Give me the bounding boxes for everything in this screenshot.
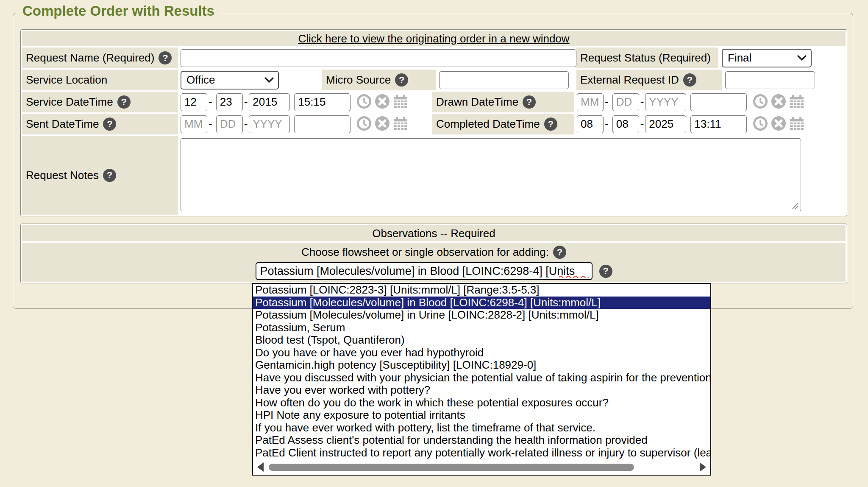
- external-request-id-label: External Request ID: [580, 73, 679, 87]
- date-separator: -: [640, 118, 644, 131]
- completed-month-input[interactable]: [577, 115, 604, 133]
- clock-icon[interactable]: [356, 116, 372, 133]
- calendar-icon[interactable]: [393, 94, 408, 111]
- observations-header-row: Observations -- Required: [22, 225, 846, 241]
- help-icon[interactable]: ?: [544, 118, 557, 131]
- request-status-select[interactable]: Final: [722, 49, 812, 67]
- completed-datetime-label: Completed DateTime: [436, 118, 540, 131]
- service-location-select[interactable]: Office: [181, 71, 279, 90]
- calendar-icon[interactable]: [789, 116, 804, 133]
- complete-order-fieldset: Complete Order with Results Click here t…: [13, 13, 853, 309]
- request-status-value: Final: [728, 51, 751, 64]
- micro-source-label: Micro Source: [326, 73, 391, 87]
- request-notes-row: Request Notes ?: [22, 136, 846, 215]
- request-notes-label-cell: Request Notes ?: [22, 136, 178, 215]
- clear-date-icon[interactable]: [771, 116, 786, 133]
- sent-datetime-label: Sent DateTime: [26, 118, 99, 131]
- observation-search-wrap: [256, 262, 593, 280]
- external-request-id-input[interactable]: [725, 71, 815, 89]
- originating-order-link[interactable]: Click here to view the originating order…: [298, 32, 569, 45]
- completed-year-input[interactable]: [645, 115, 686, 133]
- service-location-row: Service Location Office Micro Source ? E: [22, 70, 846, 90]
- chevron-down-icon: [797, 55, 807, 61]
- help-icon[interactable]: ?: [159, 51, 172, 64]
- dropdown-option[interactable]: How often do you do the work in which th…: [253, 397, 710, 409]
- dropdown-option[interactable]: Potassium [LOINC:2823-3] [Units:mmol/L] …: [253, 284, 710, 297]
- help-icon[interactable]: ?: [523, 95, 536, 109]
- calendar-icon[interactable]: [393, 116, 408, 133]
- service-day-input[interactable]: [216, 93, 243, 111]
- drawn-datetime-cell: - -: [574, 92, 846, 112]
- drawn-year-input[interactable]: [645, 93, 686, 111]
- dropdown-option[interactable]: Do you have or have you ever had hypothy…: [253, 347, 710, 359]
- date-separator: -: [605, 95, 609, 109]
- sent-time-input[interactable]: [294, 115, 351, 133]
- micro-source-input[interactable]: [439, 71, 569, 89]
- service-month-input[interactable]: [181, 93, 207, 111]
- dropdown-option[interactable]: Have you ever worked with pottery?: [253, 384, 710, 397]
- dropdown-option[interactable]: If you have ever worked with pottery, li…: [253, 422, 710, 434]
- clock-icon[interactable]: [356, 94, 372, 111]
- request-notes-textarea[interactable]: [181, 138, 801, 211]
- help-icon[interactable]: ?: [683, 73, 696, 87]
- calendar-icon[interactable]: [789, 94, 804, 111]
- observation-search-input[interactable]: [256, 262, 593, 280]
- clock-icon[interactable]: [753, 94, 768, 111]
- choose-observation-label: Choose flowsheet or single observation f…: [301, 246, 549, 259]
- sent-datetime-cell: - -: [178, 114, 432, 134]
- request-status-label-cell: Request Status (Required): [576, 48, 718, 68]
- drawn-day-input[interactable]: [612, 93, 639, 111]
- service-datetime-label: Service DateTime: [26, 95, 113, 109]
- drawn-time-input[interactable]: [690, 93, 747, 111]
- dropdown-option[interactable]: PatEd Client instructed to report any po…: [253, 447, 710, 459]
- dropdown-option[interactable]: Potassium, Serum: [253, 322, 710, 334]
- service-time-input[interactable]: [294, 93, 351, 111]
- help-icon[interactable]: ?: [103, 118, 116, 131]
- completed-day-input[interactable]: [612, 115, 639, 133]
- sent-day-input[interactable]: [216, 115, 243, 133]
- date-separator: -: [209, 118, 212, 131]
- sent-year-input[interactable]: [249, 115, 290, 133]
- drawn-datetime-label: Drawn DateTime: [436, 95, 518, 109]
- help-icon[interactable]: ?: [103, 169, 116, 182]
- service-location-cell: Office: [178, 70, 322, 90]
- clear-date-icon[interactable]: [771, 94, 786, 111]
- date-separator: -: [640, 95, 644, 109]
- dropdown-option[interactable]: Have you discussed with your physician t…: [253, 372, 710, 384]
- dropdown-option[interactable]: HPI Note any exposure to potential irrit…: [253, 409, 710, 422]
- help-icon[interactable]: ?: [117, 95, 131, 109]
- help-icon[interactable]: ?: [395, 73, 408, 87]
- horizontal-scrollbar[interactable]: [253, 461, 710, 475]
- clock-icon[interactable]: [753, 116, 768, 133]
- service-year-input[interactable]: [249, 93, 290, 111]
- clear-date-icon[interactable]: [375, 116, 390, 133]
- page-title: Complete Order with Results: [17, 3, 220, 19]
- dropdown-option[interactable]: Potassium [Molecules/volume] in Blood [L…: [253, 297, 710, 309]
- micro-source-input-cell: [436, 70, 576, 90]
- request-notes-cell: [178, 136, 846, 215]
- request-notes-label: Request Notes: [26, 169, 99, 182]
- request-name-row: Request Name (Required) ? Request Status…: [22, 48, 846, 68]
- dropdown-option[interactable]: Potassium [Molecules/volume] in Urine [L…: [253, 309, 710, 322]
- help-icon[interactable]: ?: [553, 246, 566, 259]
- dropdown-option[interactable]: Blood test (Tspot, Quantiferon): [253, 334, 710, 347]
- help-icon[interactable]: ?: [599, 265, 612, 278]
- dropdown-option[interactable]: PatEd Assess client's potential for unde…: [253, 434, 710, 447]
- sent-month-input[interactable]: [181, 115, 207, 133]
- scroll-left-icon[interactable]: [257, 462, 264, 472]
- drawn-month-input[interactable]: [577, 93, 604, 111]
- scroll-right-icon[interactable]: [700, 462, 706, 472]
- request-name-input-cell: [178, 48, 576, 68]
- order-form-table: Click here to view the originating order…: [20, 29, 847, 216]
- clear-date-icon[interactable]: [375, 94, 390, 111]
- originating-order-row: Click here to view the originating order…: [22, 31, 846, 46]
- dropdown-option[interactable]: Gentamicin.high potency [Susceptibility]…: [253, 359, 710, 372]
- scrollbar-thumb[interactable]: [269, 464, 634, 471]
- observations-table: Observations -- Required Choose flowshee…: [20, 224, 847, 283]
- completed-time-input[interactable]: [690, 115, 747, 133]
- sent-datetime-row: Sent DateTime ? - - Completed DateTime: [22, 114, 846, 134]
- request-name-input[interactable]: [181, 49, 576, 67]
- spellcheck-squiggle: [559, 275, 589, 278]
- observations-body: Choose flowsheet or single observation f…: [22, 243, 846, 282]
- external-request-id-label-cell: External Request ID ?: [576, 70, 722, 90]
